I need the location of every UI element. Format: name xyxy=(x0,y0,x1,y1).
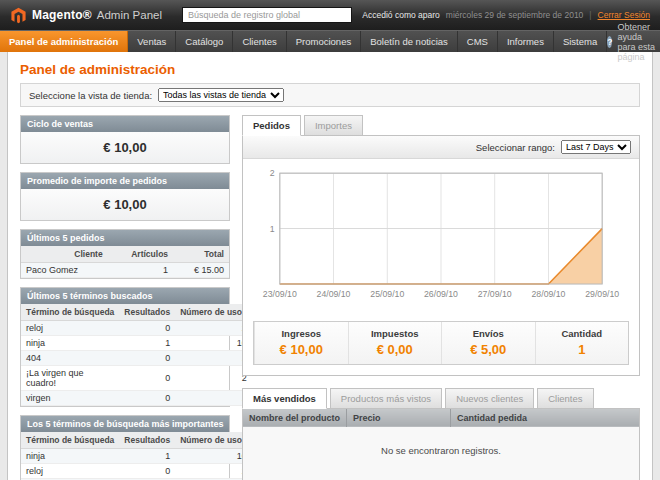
dashboard-sidebar: Ciclo de ventas € 10,00 Promedio de impo… xyxy=(20,115,230,480)
range-select[interactable]: Last 7 Days xyxy=(561,140,631,154)
empty-message: No se encontraron registros. xyxy=(243,427,640,480)
dashboard-columns: Ciclo de ventas € 10,00 Promedio de impo… xyxy=(20,115,640,480)
logo: Magento® Admin Panel xyxy=(10,7,162,24)
logout-link[interactable]: Cerrar Sesión xyxy=(598,10,650,20)
column-header: Cliente xyxy=(21,246,108,263)
panel-title: Ciclo de ventas xyxy=(21,116,229,132)
last-orders-panel: Últimos 5 pedidos ClienteArtículosTotal … xyxy=(20,229,230,279)
nav-tab[interactable]: Catálogo xyxy=(176,31,233,52)
tab[interactable]: Productos más vistos xyxy=(330,388,442,409)
products-grid: Nombre del productoPrecioCantidad pedida… xyxy=(242,408,640,480)
nav-tabs: Panel de administraciónVentasCatálogoCli… xyxy=(0,31,607,52)
chart-toolbar: Seleccionar rango: Last 7 Days xyxy=(243,136,639,159)
store-view-switcher: Seleccione la vista de tienda: Todas las… xyxy=(20,83,640,107)
main-navigation: Panel de administraciónVentasCatálogoCli… xyxy=(0,30,660,52)
table-row[interactable]: ninja110 xyxy=(21,336,252,351)
average-orders-panel: Promedio de importe de pedidos € 10,00 xyxy=(20,172,230,221)
svg-text:27/09/10: 27/09/10 xyxy=(478,289,512,299)
panel-title: Últimos 5 términos buscados xyxy=(21,288,229,304)
tab[interactable]: Importes xyxy=(304,115,363,136)
total-cell: Ingresos € 10,00 xyxy=(254,322,348,364)
nav-tab[interactable]: Promociones xyxy=(287,31,361,52)
svg-text:25/09/10: 25/09/10 xyxy=(370,289,404,299)
column-header: Resultados xyxy=(119,304,175,321)
nav-tab[interactable]: Panel de administración xyxy=(0,31,128,52)
orders-panel: Seleccionar rango: Last 7 Days 1223/09/1… xyxy=(242,135,640,376)
svg-text:1: 1 xyxy=(270,224,275,234)
nav-tab[interactable]: Clientes xyxy=(233,31,286,52)
diagram-tabs: PedidosImportes xyxy=(242,115,640,136)
total-value: 1 xyxy=(540,342,625,357)
top-search-terms-table: Término de búsquedaResultadosNúmero de u… xyxy=(21,432,252,480)
svg-text:26/09/10: 26/09/10 xyxy=(424,289,458,299)
nav-tab[interactable]: CMS xyxy=(458,31,498,52)
nav-tab[interactable]: Ventas xyxy=(128,31,176,52)
column-header: Artículos xyxy=(108,246,173,263)
column-header: Total xyxy=(173,246,229,263)
svg-text:2: 2 xyxy=(270,168,275,178)
table-row[interactable]: virgen01 xyxy=(21,391,252,406)
last-search-terms-table: Término de búsquedaResultadosNúmero de u… xyxy=(21,304,252,406)
column-header: Número de usos xyxy=(175,432,252,449)
average-orders-value: € 10,00 xyxy=(21,189,229,220)
panel-title: Promedio de importe de pedidos xyxy=(21,173,229,189)
column-header: Número de usos xyxy=(175,304,252,321)
table-row[interactable]: reloj02 xyxy=(21,321,252,336)
grid-tabs: Más vendidosProductos más vistosNuevos c… xyxy=(242,388,640,409)
store-view-select[interactable]: Todas las vistas de tienda xyxy=(158,88,284,102)
svg-text:24/09/10: 24/09/10 xyxy=(317,289,351,299)
help-link[interactable]: ? Obtener ayuda para esta página xyxy=(607,31,657,52)
table-row[interactable]: ¡La virgen que cuadro!02 xyxy=(21,366,252,391)
dashboard-main: PedidosImportes Seleccionar rango: Last … xyxy=(242,115,640,480)
total-cell: Impuestos € 0,00 xyxy=(348,322,442,364)
orders-chart-svg: 1223/09/1024/09/1025/09/1026/09/1027/09/… xyxy=(249,167,633,311)
help-icon: ? xyxy=(607,36,612,48)
totals-strip: Ingresos € 10,00 Impuestos € 0,00 Envíos… xyxy=(253,321,629,365)
page-title: Panel de administración xyxy=(20,62,640,77)
logo-brand-text: Magento® xyxy=(32,8,92,22)
total-label: Envíos xyxy=(446,328,531,339)
date-text: miércoles 29 de septiembre de 2010 xyxy=(446,10,584,20)
table-row[interactable]: Paco Gomez1€ 15.00 xyxy=(21,263,229,278)
tab[interactable]: Más vendidos xyxy=(242,388,327,409)
nav-tab[interactable]: Sistema xyxy=(554,31,607,52)
panel-title: Los 5 términos de búsqueda más important… xyxy=(21,416,229,432)
total-label: Impuestos xyxy=(353,328,438,339)
table-row[interactable]: reloj02 xyxy=(21,464,252,479)
nav-tab[interactable]: Boletín de noticias xyxy=(361,31,458,52)
lifetime-sales-value: € 10,00 xyxy=(21,132,229,163)
tab[interactable]: Clientes xyxy=(537,388,593,409)
column-header: Resultados xyxy=(119,432,175,449)
total-value: € 5,00 xyxy=(446,342,531,357)
column-header: Cantidad pedida xyxy=(451,408,640,427)
svg-text:29/09/10: 29/09/10 xyxy=(585,289,619,299)
store-view-label: Seleccione la vista de tienda: xyxy=(29,90,152,101)
table-row[interactable]: 40401 xyxy=(21,351,252,366)
panel-title: Últimos 5 pedidos xyxy=(21,230,229,246)
magento-logo-icon xyxy=(10,7,27,24)
global-search-input[interactable] xyxy=(182,7,352,23)
nav-tab[interactable]: Informes xyxy=(498,31,554,52)
table-row[interactable]: ninja110 xyxy=(21,449,252,464)
top-header-bar: Magento® Admin Panel Accedió como aparo … xyxy=(0,0,660,30)
total-label: Cantidad xyxy=(540,328,625,339)
content-area: Panel de administración Seleccione la vi… xyxy=(7,52,653,480)
range-label: Seleccionar rango: xyxy=(476,142,555,153)
session-info: Accedió como aparo miércoles 29 de septi… xyxy=(362,10,650,20)
top-search-terms-panel: Los 5 términos de búsqueda más important… xyxy=(20,415,230,480)
help-label: Obtener ayuda para esta página xyxy=(617,22,656,62)
column-header: Término de búsqueda xyxy=(21,304,119,321)
column-header: Nombre del producto xyxy=(243,408,347,427)
total-label: Ingresos xyxy=(259,328,344,339)
svg-text:28/09/10: 28/09/10 xyxy=(532,289,566,299)
orders-chart: 1223/09/1024/09/1025/09/1026/09/1027/09/… xyxy=(243,159,639,311)
total-value: € 0,00 xyxy=(353,342,438,357)
tab[interactable]: Pedidos xyxy=(242,115,301,136)
last-search-terms-panel: Últimos 5 términos buscados Término de b… xyxy=(20,287,230,407)
tab[interactable]: Nuevos clientes xyxy=(445,388,534,409)
total-cell: Envíos € 5,00 xyxy=(441,322,535,364)
svg-text:23/09/10: 23/09/10 xyxy=(263,289,297,299)
total-value: € 10,00 xyxy=(259,342,344,357)
logged-in-as-text: Accedió como aparo xyxy=(362,10,440,20)
last-orders-table: ClienteArtículosTotal Paco Gomez1€ 15.00 xyxy=(21,246,229,278)
